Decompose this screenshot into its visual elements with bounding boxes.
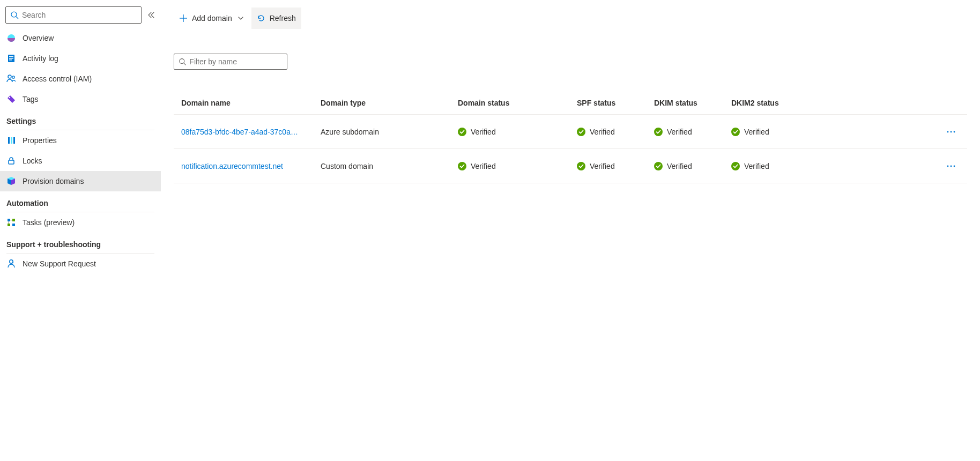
filter-input[interactable]: [189, 57, 283, 66]
sidebar-item-label: Provision domains: [23, 177, 84, 185]
svg-rect-7: [9, 60, 12, 61]
add-domain-label: Add domain: [192, 14, 232, 23]
sidebar-item-tasks[interactable]: Tasks (preview): [0, 212, 161, 233]
properties-icon: [6, 136, 16, 145]
sidebar-section-settings: Settings: [0, 109, 161, 129]
table-row: 08fa75d3-bfdc-4be7-a4ad-37c0a… Azure sub…: [174, 115, 967, 149]
sidebar-search[interactable]: [5, 6, 142, 24]
dkim-status: Verified: [654, 162, 731, 170]
sidebar-item-provision-domains[interactable]: Provision domains: [0, 171, 161, 191]
dkim2-status: Verified: [731, 128, 808, 136]
sidebar-item-label: Overview: [23, 34, 54, 42]
col-header-type[interactable]: Domain type: [321, 99, 458, 107]
overview-icon: [6, 33, 16, 43]
sidebar: Overview Activity log Access control (IA…: [0, 0, 161, 461]
sidebar-section-automation: Automation: [0, 191, 161, 211]
domain-status: Verified: [458, 128, 577, 136]
filter-by-name[interactable]: [174, 54, 287, 70]
refresh-label: Refresh: [270, 14, 296, 23]
verified-icon: [654, 128, 663, 136]
spf-status: Verified: [577, 162, 654, 170]
table-header-row: Domain name Domain type Domain status SP…: [174, 91, 967, 115]
svg-rect-5: [9, 56, 13, 57]
svg-point-25: [951, 131, 952, 132]
domain-name-link[interactable]: notification.azurecommtest.net: [181, 162, 289, 170]
access-control-icon: [6, 74, 16, 84]
col-header-status[interactable]: Domain status: [458, 99, 577, 107]
verified-icon: [577, 128, 585, 136]
svg-rect-11: [8, 137, 10, 144]
row-more-button[interactable]: [945, 125, 957, 138]
sidebar-section-support: Support + troubleshooting: [0, 233, 161, 252]
svg-rect-17: [8, 224, 10, 226]
spf-status: Verified: [577, 128, 654, 136]
verified-icon: [731, 128, 740, 136]
tag-icon: [6, 94, 16, 104]
table-row: notification.azurecommtest.net Custom do…: [174, 149, 967, 183]
chevron-down-icon: [237, 15, 244, 21]
verified-icon: [654, 162, 663, 170]
sidebar-search-input[interactable]: [22, 11, 137, 19]
provision-domains-icon: [6, 176, 16, 186]
search-icon: [10, 11, 19, 19]
add-domain-button[interactable]: Add domain: [174, 8, 249, 29]
chevron-double-left-icon: [147, 11, 155, 19]
support-icon: [6, 259, 16, 269]
svg-rect-13: [13, 137, 15, 144]
refresh-button[interactable]: Refresh: [251, 8, 301, 29]
svg-point-29: [954, 165, 955, 167]
sidebar-item-properties[interactable]: Properties: [0, 130, 161, 151]
domain-type: Azure subdomain: [321, 128, 458, 136]
lock-icon: [6, 156, 16, 166]
toolbar: Add domain Refresh: [174, 6, 980, 30]
row-more-button[interactable]: [945, 160, 957, 173]
sidebar-item-label: Activity log: [23, 54, 58, 63]
sidebar-item-label: New Support Request: [23, 259, 96, 268]
svg-point-9: [12, 76, 14, 78]
dkim-status: Verified: [654, 128, 731, 136]
verified-icon: [458, 162, 466, 170]
verified-icon: [731, 162, 740, 170]
svg-point-27: [947, 165, 949, 167]
sidebar-item-label: Access control (IAM): [23, 75, 92, 83]
ellipsis-icon: [947, 131, 955, 133]
svg-rect-16: [12, 219, 15, 221]
sidebar-item-new-support-request[interactable]: New Support Request: [0, 254, 161, 274]
svg-point-21: [10, 260, 13, 263]
svg-rect-6: [9, 58, 13, 59]
verified-icon: [458, 128, 466, 136]
search-icon: [179, 57, 186, 66]
dkim2-status: Verified: [731, 162, 808, 170]
verified-icon: [577, 162, 585, 170]
domain-type: Custom domain: [321, 162, 458, 170]
svg-point-24: [947, 131, 949, 132]
sidebar-item-overview[interactable]: Overview: [0, 28, 161, 48]
sidebar-item-label: Properties: [23, 136, 57, 145]
sidebar-item-label: Tags: [23, 95, 39, 103]
col-header-spf[interactable]: SPF status: [577, 99, 654, 107]
collapse-sidebar-button[interactable]: [146, 10, 157, 20]
svg-rect-15: [8, 219, 10, 221]
col-header-name[interactable]: Domain name: [181, 99, 321, 107]
sidebar-item-access-control[interactable]: Access control (IAM): [0, 69, 161, 89]
sidebar-item-label: Tasks (preview): [23, 218, 75, 227]
svg-point-28: [951, 165, 952, 167]
plus-icon: [179, 14, 188, 23]
sidebar-item-locks[interactable]: Locks: [0, 151, 161, 171]
sidebar-item-activity-log[interactable]: Activity log: [0, 48, 161, 69]
svg-rect-14: [9, 160, 14, 164]
sidebar-item-tags[interactable]: Tags: [0, 89, 161, 109]
svg-point-8: [8, 75, 11, 78]
refresh-icon: [257, 14, 265, 23]
svg-rect-12: [11, 137, 12, 144]
main-content: Add domain Refresh Domain name Domain ty…: [161, 0, 980, 461]
svg-point-10: [9, 97, 10, 98]
sidebar-item-label: Locks: [23, 157, 42, 165]
col-header-dkim2[interactable]: DKIM2 status: [731, 99, 808, 107]
svg-point-26: [954, 131, 955, 132]
domain-name-link[interactable]: 08fa75d3-bfdc-4be7-a4ad-37c0a…: [181, 128, 305, 136]
tasks-icon: [6, 218, 16, 227]
domains-table: Domain name Domain type Domain status SP…: [174, 91, 967, 183]
ellipsis-icon: [947, 165, 955, 167]
col-header-dkim[interactable]: DKIM status: [654, 99, 731, 107]
